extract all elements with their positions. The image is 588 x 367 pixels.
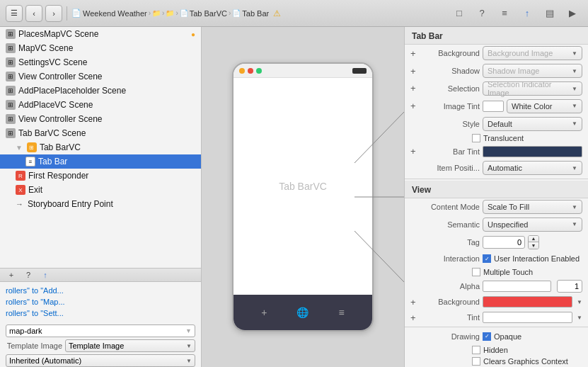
dropdown-arrow-1: ▼ <box>185 327 192 334</box>
scene-addplacevc[interactable]: ⊞ AddPlaceVC Scene <box>0 98 201 112</box>
label-style: Style <box>423 120 480 128</box>
label-shadow: Shadow <box>423 67 480 75</box>
bottom-panel: + ? ↑ rollers" to "Add... rollers" to "M… <box>0 268 201 367</box>
breadcrumb-arrow1: › <box>149 9 151 17</box>
translucent-checkbox-wrap[interactable]: Translucent <box>472 134 524 142</box>
label-selection: Selection <box>423 84 480 93</box>
phone-mockup: Tab BarVC + 🌐 ≡ <box>232 62 374 332</box>
scene-icon-tabbarvc-group: ⊞ <box>6 128 16 138</box>
bg-color-bar[interactable] <box>483 296 572 307</box>
scene-mapvc[interactable]: ⊞ MapVC Scene <box>0 41 201 55</box>
scene-exit[interactable]: X Exit <box>0 183 201 197</box>
bottom-add-btn[interactable]: + <box>4 269 18 281</box>
dropdown-content-mode[interactable]: Scale To Fill ▼ <box>483 200 582 214</box>
status-dot-orange <box>239 68 245 74</box>
label-interaction: Interaction <box>423 254 480 263</box>
scene-icon-places: ⊞ <box>6 29 16 39</box>
hidden-wrap[interactable]: Hidden <box>472 346 508 354</box>
status-dot-red <box>248 68 253 74</box>
label-background-view: Background <box>423 298 480 306</box>
row-background-view: + Background ▼ <box>405 294 588 310</box>
inherited-select[interactable]: Inherited (Automatic) ▼ <box>6 354 195 367</box>
clears-wrap[interactable]: Clears Graphics Context <box>472 357 568 366</box>
translucent-checkbox[interactable] <box>472 134 480 142</box>
dropdown-selection[interactable]: Selection Indicator Image ▼ <box>483 81 582 96</box>
select-arrow-inherited: ▼ <box>186 358 192 364</box>
dot-places: ● <box>191 30 195 38</box>
stepper-up[interactable]: ▲ <box>529 236 538 242</box>
dropdown-arrow-selection: ▼ <box>572 86 577 92</box>
plus-tint: + <box>410 312 420 323</box>
row-hidden: Hidden <box>405 344 588 356</box>
opaque-checkbox[interactable]: ✓ <box>483 332 491 341</box>
scene-placesmapvc[interactable]: ⊞ PlacesMapVC Scene ● <box>0 27 201 41</box>
multiple-touch-checkbox[interactable] <box>472 268 480 276</box>
image-tint-swatch[interactable] <box>483 101 504 112</box>
template-image-select[interactable]: Template Image ▼ <box>65 339 195 352</box>
row-selection: + Selection Selection Indicator Image ▼ <box>405 80 588 98</box>
layout-btn[interactable]: ▤ <box>540 5 560 22</box>
opaque-wrap: ✓ Opaque <box>483 332 521 341</box>
bottom-share-btn[interactable]: ↑ <box>38 269 52 281</box>
clears-checkbox[interactable] <box>472 357 480 366</box>
breadcrumb-item-project[interactable]: 📄 Weekend Weather <box>71 9 147 18</box>
label-semantic: Semantic <box>423 220 480 229</box>
bottom-help-btn[interactable]: ? <box>21 269 35 281</box>
dropdown-arrow-content-mode: ▼ <box>572 204 577 210</box>
scene-tabbarvc-group[interactable]: ⊞ Tab BarVC Scene <box>0 126 201 140</box>
phone-body: Tab BarVC <box>234 78 372 295</box>
alpha-input[interactable] <box>557 280 582 293</box>
breadcrumb-arrow3: › <box>175 9 178 17</box>
stepper-down[interactable]: ▼ <box>529 242 538 249</box>
scene-icon-tabbarvc: ⊞ <box>27 142 37 152</box>
dropdown-image-tint[interactable]: White Color ▼ <box>507 99 582 113</box>
bottom-toolbar: + ? ↑ <box>0 269 201 282</box>
scene-vc1[interactable]: ⊞ View Controller Scene <box>0 69 201 84</box>
divider-1 <box>405 179 588 179</box>
breadcrumb-item-f2[interactable]: 📁 <box>166 9 174 17</box>
view-section-header: View <box>405 181 588 198</box>
scene-firstresponder[interactable]: R First Responder <box>0 169 201 183</box>
field-input-map[interactable]: map-dark ▼ <box>6 324 195 337</box>
view-toggle-btn[interactable]: □ <box>449 5 469 22</box>
hidden-checkbox[interactable] <box>472 346 480 354</box>
sidebar-toggle-btn[interactable]: ☰ <box>6 5 23 22</box>
breadcrumb-item-tabbarvc[interactable]: 📄 Tab BarVC <box>180 9 227 18</box>
tint-bar[interactable] <box>483 312 572 323</box>
dropdown-arrow-image-tint: ▼ <box>572 103 577 109</box>
dropdown-shadow[interactable]: Shadow Image ▼ <box>483 64 582 78</box>
scene-settingsvc[interactable]: ⊞ SettingsVC Scene <box>0 55 201 69</box>
forward-btn[interactable]: › <box>45 5 62 22</box>
row-shadow: + Shadow Shadow Image ▼ <box>405 62 588 80</box>
scene-addplace[interactable]: ⊞ AddPlacePlaceholder Scene <box>0 84 201 98</box>
bar-tint-color-swatch[interactable] <box>483 146 582 157</box>
help-btn[interactable]: ? <box>472 5 492 22</box>
breadcrumb-item-f1[interactable]: 📁 <box>152 9 161 17</box>
tag-input[interactable] <box>483 236 525 249</box>
plus-background: + <box>410 48 420 59</box>
dropdown-style[interactable]: Default ▼ <box>483 117 582 131</box>
run-btn[interactable]: ▶ <box>563 5 582 22</box>
inspector-btn[interactable]: ≡ <box>495 5 514 22</box>
dropdown-semantic[interactable]: Unspecified ▼ <box>483 218 582 232</box>
dropdown-item-position[interactable]: Automatic ▼ <box>483 161 582 175</box>
scene-tabbar[interactable]: ≡ Tab Bar <box>0 154 201 169</box>
warning-icon: ⚠ <box>273 9 281 18</box>
multiple-touch-wrap[interactable]: Multiple Touch <box>472 268 533 276</box>
back-btn[interactable]: ‹ <box>25 5 42 22</box>
hint-row-1: rollers" to "Add... <box>6 285 195 296</box>
hint-row-2: rollers" to "Map... <box>6 296 195 307</box>
label-image-tint: Image Tint <box>423 102 480 111</box>
share-btn[interactable]: ↑ <box>517 5 537 22</box>
user-interaction-checkbox[interactable]: ✓ <box>483 254 491 263</box>
scene-storyboard-entry[interactable]: → Storyboard Entry Point <box>0 197 201 211</box>
dropdown-background[interactable]: Background Image ▼ <box>483 46 582 60</box>
breadcrumb-item-tabbar[interactable]: 📄 Tab Bar <box>232 9 269 18</box>
bg-dropdown-arrow: ▼ <box>577 299 582 305</box>
scene-vc2[interactable]: ⊞ View Controller Scene <box>0 112 201 126</box>
alpha-bar[interactable] <box>483 281 551 292</box>
row-bar-tint: + Bar Tint <box>405 144 588 159</box>
tag-stepper[interactable]: ▲ ▼ <box>528 235 539 249</box>
scene-tabbarvc[interactable]: ▼ ⊞ Tab BarVC <box>0 140 201 154</box>
tab-icon-globe: 🌐 <box>294 304 311 321</box>
